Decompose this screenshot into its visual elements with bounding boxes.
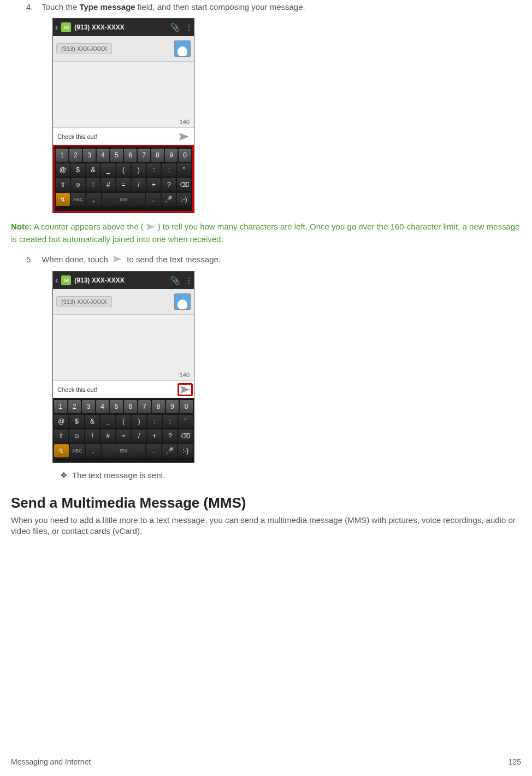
compose-row: Check this out! [53, 127, 194, 145]
key-shift: ⇧ [56, 178, 70, 191]
key-smiley: :-) [178, 444, 193, 457]
key: = [116, 430, 131, 443]
contact-avatar-icon [174, 40, 191, 57]
key-abc: ABC [71, 193, 85, 206]
back-icon: ‹ [55, 275, 58, 285]
key-backspace: ⌫ [177, 178, 191, 191]
key-abc: ABC [70, 444, 85, 457]
send-icon [180, 385, 191, 394]
send-button [176, 130, 192, 143]
key: # [101, 430, 115, 443]
message-input-value: Check this out! [55, 133, 176, 140]
step4-post: field, and then start composing your mes… [135, 2, 305, 11]
conversation-title: (913) XXX-XXXX [74, 277, 167, 284]
attach-icon: 📎 [170, 276, 180, 285]
key: 2 [69, 149, 82, 162]
key: & [86, 163, 101, 177]
key: 7 [138, 149, 150, 162]
send-icon [179, 132, 190, 141]
key: $ [71, 163, 85, 177]
step-4: 4. Touch the Type message field, and the… [26, 2, 521, 11]
recipient-chip: (913) XXX-XXXX [56, 296, 112, 307]
key: ; [162, 163, 176, 177]
back-icon: ‹ [55, 22, 58, 32]
key: 7 [138, 400, 151, 413]
keyboard-row-3: ⇧ ☺ ! # = / + ? ⌫ [56, 178, 191, 191]
phone-titlebar: ‹ ✉ (913) XXX-XXXX 📎 ⋮ [53, 272, 194, 289]
key-backspace: ⌫ [179, 430, 193, 443]
keyboard-row-1: 1 2 3 4 5 6 7 8 9 0 [56, 149, 191, 162]
step-number: 5. [26, 255, 39, 264]
key: . [146, 193, 160, 206]
key: ) [132, 163, 146, 177]
step5-pre: When done, touch [42, 255, 110, 264]
key-emoji: ☺ [69, 430, 84, 443]
send-button-highlighted [178, 383, 193, 396]
key-mic: 🎤 [162, 193, 176, 206]
key: ( [116, 163, 131, 177]
attach-icon: 📎 [170, 23, 180, 32]
section-heading: Send a Multimedia Message (MMS) [11, 495, 521, 512]
key-mic: 🎤 [162, 444, 177, 457]
key: ? [163, 430, 177, 443]
screenshot-1: ‹ ✉ (913) XXX-XXXX 📎 ⋮ (913) XXX-XXXX 14… [52, 18, 521, 213]
messaging-app-icon: ✉ [61, 275, 71, 285]
key-space: EN [102, 444, 146, 457]
result-text: The text message is sent. [72, 471, 165, 480]
key: 2 [68, 400, 81, 413]
note-pre: A counter appears above the ( [32, 222, 143, 231]
key: / [132, 430, 146, 443]
screenshot-2: ‹ ✉ (913) XXX-XXXX 📎 ⋮ (913) XXX-XXXX 14… [52, 271, 521, 463]
key: ) [132, 415, 146, 428]
note-label: Note: [11, 222, 32, 231]
message-thread-area: 140 [53, 62, 194, 127]
step4-bold: Type message [79, 2, 135, 11]
message-input-value: Check this out! [55, 386, 179, 393]
key: " [177, 163, 191, 177]
key: / [132, 178, 146, 191]
key-shift: ⇧ [54, 430, 68, 443]
key: 3 [82, 400, 95, 413]
step-number: 4. [26, 2, 39, 11]
key: 9 [166, 400, 179, 413]
step5-post: to send the text message. [125, 255, 221, 264]
key: " [179, 415, 193, 428]
key: ! [86, 178, 101, 191]
key: # [101, 178, 115, 191]
keyboard-row-4: ↯ ABC , EN . 🎤 :-) [54, 444, 193, 457]
key: $ [69, 415, 84, 428]
key: 0 [179, 149, 191, 162]
key-emoji: ☺ [71, 178, 85, 191]
page-footer: Messaging and Internet 125 [11, 757, 521, 766]
key: @ [56, 163, 70, 177]
key: @ [54, 415, 68, 428]
keyboard-row-2: @ $ & _ ( ) : ; " [54, 415, 193, 428]
compose-row: Check this out! [53, 380, 194, 398]
messaging-app-icon: ✉ [61, 22, 71, 32]
section-body: When you need to add a little more to a … [11, 515, 521, 537]
key: , [86, 193, 101, 206]
key: ( [116, 415, 131, 428]
phone-titlebar: ‹ ✉ (913) XXX-XXXX 📎 ⋮ [53, 19, 194, 36]
key: _ [101, 415, 115, 428]
key: 1 [54, 400, 67, 413]
keyboard-row-2: @ $ & _ ( ) : ; " [56, 163, 191, 177]
key: 9 [165, 149, 178, 162]
footer-page-number: 125 [509, 757, 521, 766]
contact-avatar-icon [174, 293, 191, 310]
key-swype: ↯ [54, 444, 69, 457]
key: 4 [96, 400, 109, 413]
key: 6 [124, 400, 137, 413]
keyboard-row-1: 1 2 3 4 5 6 7 8 9 0 [54, 400, 193, 413]
key: + [147, 178, 161, 191]
send-icon-inline [111, 255, 123, 264]
key: . [146, 444, 161, 457]
phone-frame: ‹ ✉ (913) XXX-XXXX 📎 ⋮ (913) XXX-XXXX 14… [52, 18, 194, 213]
key: ! [85, 430, 99, 443]
message-thread-area: 140 [53, 315, 194, 380]
on-screen-keyboard: 1 2 3 4 5 6 7 8 9 0 @ $ & _ ( ) : ; " [53, 398, 194, 462]
diamond-bullet-icon: ❖ [60, 471, 70, 480]
key: : [147, 163, 161, 177]
key: 1 [56, 149, 68, 162]
footer-section-name: Messaging and Internet [11, 757, 91, 766]
